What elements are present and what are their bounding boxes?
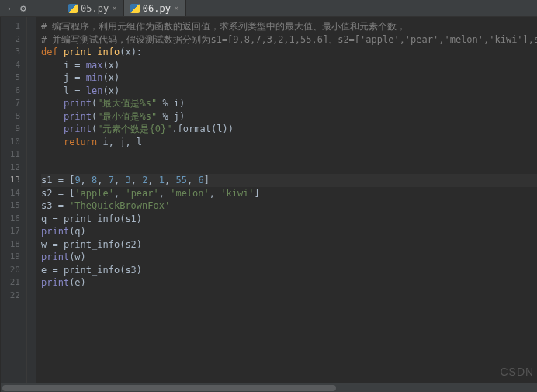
code-line[interactable]: print("最小值是%s" % j) xyxy=(41,110,537,123)
code-line[interactable]: print(w) xyxy=(41,251,537,264)
code-line[interactable]: l = len(x) xyxy=(41,85,537,98)
gear-icon[interactable]: ⚙ xyxy=(16,1,31,16)
code-editor[interactable]: 12345678910111213141516171819202122 # 编写… xyxy=(1,17,537,383)
line-number: 21 xyxy=(1,276,20,290)
code-line[interactable]: def print_info(x): xyxy=(41,46,537,59)
line-number: 11 xyxy=(1,148,20,161)
code-line[interactable]: print(e) xyxy=(41,276,537,290)
close-icon[interactable]: × xyxy=(174,3,179,13)
code-line[interactable] xyxy=(41,290,537,303)
line-number: 22 xyxy=(1,290,20,303)
line-number: 3 xyxy=(1,46,20,59)
top-toolbar: → ⚙ — 05.py×06.py× xyxy=(0,0,537,17)
tab-05-py[interactable]: 05.py× xyxy=(62,0,124,16)
arrow-right-icon[interactable]: → xyxy=(0,1,16,16)
line-number: 20 xyxy=(1,264,20,277)
tab-label: 06.py xyxy=(143,3,171,14)
code-line[interactable]: s2 = ['apple', 'pear', 'melon', 'kiwi'] xyxy=(41,187,537,200)
code-line[interactable]: # 编写程序，利用元组作为函数的返回值，求系列类型中的最大值、最小值和元素个数， xyxy=(41,20,537,33)
code-line[interactable]: print("最大值是%s" % i) xyxy=(41,97,537,110)
code-line[interactable]: return i, j, l xyxy=(41,136,537,149)
line-gutter: 12345678910111213141516171819202122 xyxy=(1,17,27,383)
line-number: 16 xyxy=(1,213,20,226)
line-number: 2 xyxy=(1,33,20,47)
line-number: 9 xyxy=(1,123,20,136)
line-number: 10 xyxy=(1,136,20,149)
code-line[interactable]: i = max(x) xyxy=(41,59,537,72)
tab-06-py[interactable]: 06.py× xyxy=(124,0,186,16)
code-line[interactable]: # 并编写测试代码，假设测试数据分别为s1=[9,8,7,3,2,1,55,6]… xyxy=(41,33,537,47)
line-number: 13 xyxy=(1,174,20,187)
code-line[interactable]: print(q) xyxy=(41,225,537,238)
code-line[interactable]: s1 = [9, 8, 7, 3, 2, 1, 55, 6] xyxy=(41,174,537,187)
code-line[interactable]: s3 = 'TheQuickBrownFox' xyxy=(41,199,537,213)
menu-icon[interactable]: — xyxy=(31,1,47,16)
line-number: 5 xyxy=(1,71,20,85)
line-number: 12 xyxy=(1,161,20,175)
close-icon[interactable]: × xyxy=(112,3,117,13)
line-number: 8 xyxy=(1,110,20,123)
code-line[interactable] xyxy=(41,148,537,161)
line-number: 4 xyxy=(1,59,20,72)
line-number: 6 xyxy=(1,85,20,98)
line-number: 15 xyxy=(1,199,20,213)
code-line[interactable]: j = min(x) xyxy=(41,71,537,85)
code-line[interactable] xyxy=(41,161,537,175)
fold-column xyxy=(27,17,36,383)
horizontal-scroll-thumb[interactable] xyxy=(2,385,336,391)
line-number: 14 xyxy=(1,187,20,200)
code-line[interactable]: e = print_info(s3) xyxy=(41,264,537,277)
line-number: 18 xyxy=(1,238,20,252)
tab-label: 05.py xyxy=(81,3,109,14)
line-number: 19 xyxy=(1,251,20,264)
line-number: 1 xyxy=(1,20,20,33)
python-icon xyxy=(130,4,140,13)
code-area[interactable]: # 编写程序，利用元组作为函数的返回值，求系列类型中的最大值、最小值和元素个数，… xyxy=(36,17,537,383)
code-line[interactable]: w = print_info(s2) xyxy=(41,238,537,252)
editor-tabs: 05.py×06.py× xyxy=(62,0,186,16)
horizontal-scrollbar[interactable] xyxy=(1,383,537,392)
code-line[interactable]: q = print_info(s1) xyxy=(41,213,537,226)
line-number: 7 xyxy=(1,97,20,110)
line-number: 17 xyxy=(1,225,20,238)
code-line[interactable]: print("元素个数是{0}".format(l)) xyxy=(41,123,537,136)
python-icon xyxy=(68,4,78,13)
